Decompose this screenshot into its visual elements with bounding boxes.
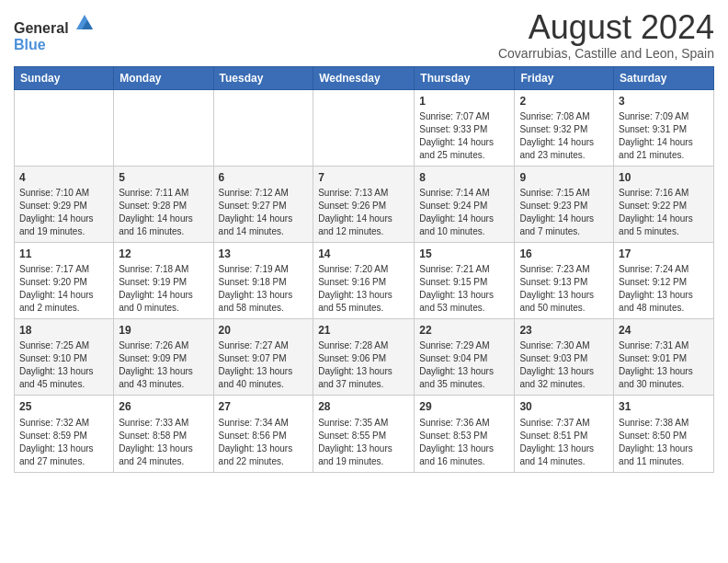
day-number: 28 (318, 399, 409, 414)
calendar-cell: 27Sunrise: 7:34 AM Sunset: 8:56 PM Dayli… (213, 396, 313, 472)
day-number: 4 (19, 170, 108, 185)
day-number: 29 (419, 399, 509, 414)
day-number: 21 (318, 323, 409, 338)
weekday-header: Thursday (415, 66, 515, 89)
calendar-cell: 11Sunrise: 7:17 AM Sunset: 9:20 PM Dayli… (15, 242, 114, 318)
calendar-cell: 6Sunrise: 7:12 AM Sunset: 9:27 PM Daylig… (213, 166, 313, 242)
cell-content: Sunrise: 7:38 AM Sunset: 8:50 PM Dayligh… (619, 417, 709, 468)
calendar-cell: 18Sunrise: 7:25 AM Sunset: 9:10 PM Dayli… (15, 319, 114, 396)
calendar-cell: 24Sunrise: 7:31 AM Sunset: 9:01 PM Dayli… (614, 319, 714, 396)
day-number: 2 (519, 94, 609, 109)
cell-content: Sunrise: 7:32 AM Sunset: 8:59 PM Dayligh… (19, 417, 108, 468)
day-number: 14 (318, 247, 409, 261)
cell-content: Sunrise: 7:12 AM Sunset: 9:27 PM Dayligh… (219, 187, 309, 238)
calendar-cell: 10Sunrise: 7:16 AM Sunset: 9:22 PM Dayli… (614, 166, 714, 242)
logo: General Blue (14, 13, 95, 53)
day-number: 26 (119, 399, 208, 414)
calendar-header-row: SundayMondayTuesdayWednesdayThursdayFrid… (15, 66, 714, 89)
cell-content: Sunrise: 7:36 AM Sunset: 8:53 PM Dayligh… (419, 417, 509, 468)
day-number: 25 (19, 399, 108, 414)
weekday-header: Sunday (15, 66, 114, 89)
cell-content: Sunrise: 7:11 AM Sunset: 9:28 PM Dayligh… (119, 187, 208, 238)
calendar-cell: 31Sunrise: 7:38 AM Sunset: 8:50 PM Dayli… (614, 396, 714, 472)
weekday-header: Monday (114, 66, 213, 89)
calendar-cell: 4Sunrise: 7:10 AM Sunset: 9:29 PM Daylig… (15, 166, 114, 242)
cell-content: Sunrise: 7:15 AM Sunset: 9:23 PM Dayligh… (519, 187, 609, 238)
cell-content: Sunrise: 7:31 AM Sunset: 9:01 PM Dayligh… (619, 339, 709, 391)
calendar-week-row: 11Sunrise: 7:17 AM Sunset: 9:20 PM Dayli… (15, 242, 714, 318)
calendar-cell: 26Sunrise: 7:33 AM Sunset: 8:58 PM Dayli… (114, 396, 213, 472)
calendar-cell: 28Sunrise: 7:35 AM Sunset: 8:55 PM Dayli… (313, 396, 415, 472)
calendar-week-row: 25Sunrise: 7:32 AM Sunset: 8:59 PM Dayli… (15, 396, 714, 472)
cell-content: Sunrise: 7:34 AM Sunset: 8:56 PM Dayligh… (219, 417, 309, 468)
day-number: 10 (619, 170, 709, 185)
cell-content: Sunrise: 7:35 AM Sunset: 8:55 PM Dayligh… (318, 417, 409, 468)
cell-content: Sunrise: 7:14 AM Sunset: 9:24 PM Dayligh… (419, 187, 509, 238)
day-number: 17 (619, 247, 709, 261)
cell-content: Sunrise: 7:30 AM Sunset: 9:03 PM Dayligh… (519, 339, 609, 391)
cell-content: Sunrise: 7:23 AM Sunset: 9:13 PM Dayligh… (519, 263, 609, 315)
calendar-cell (114, 89, 213, 166)
weekday-header: Saturday (614, 66, 714, 89)
cell-content: Sunrise: 7:33 AM Sunset: 8:58 PM Dayligh… (119, 417, 208, 468)
calendar-cell: 14Sunrise: 7:20 AM Sunset: 9:16 PM Dayli… (313, 242, 415, 318)
calendar-cell: 2Sunrise: 7:08 AM Sunset: 9:32 PM Daylig… (515, 89, 614, 166)
calendar-cell: 19Sunrise: 7:26 AM Sunset: 9:09 PM Dayli… (114, 319, 213, 396)
weekday-header: Tuesday (213, 66, 313, 89)
calendar-week-row: 18Sunrise: 7:25 AM Sunset: 9:10 PM Dayli… (15, 319, 714, 396)
cell-content: Sunrise: 7:27 AM Sunset: 9:07 PM Dayligh… (219, 339, 309, 391)
calendar-cell: 1Sunrise: 7:07 AM Sunset: 9:33 PM Daylig… (415, 89, 515, 166)
calendar-week-row: 1Sunrise: 7:07 AM Sunset: 9:33 PM Daylig… (15, 89, 714, 166)
cell-content: Sunrise: 7:18 AM Sunset: 9:19 PM Dayligh… (119, 263, 208, 315)
calendar-cell: 20Sunrise: 7:27 AM Sunset: 9:07 PM Dayli… (213, 319, 313, 396)
day-number: 18 (19, 323, 108, 338)
weekday-header: Friday (515, 66, 614, 89)
cell-content: Sunrise: 7:20 AM Sunset: 9:16 PM Dayligh… (318, 263, 409, 315)
day-number: 23 (519, 323, 609, 338)
day-number: 22 (419, 323, 509, 338)
cell-content: Sunrise: 7:24 AM Sunset: 9:12 PM Dayligh… (619, 263, 709, 315)
day-number: 7 (318, 170, 409, 185)
calendar-cell: 29Sunrise: 7:36 AM Sunset: 8:53 PM Dayli… (415, 396, 515, 472)
calendar-cell: 25Sunrise: 7:32 AM Sunset: 8:59 PM Dayli… (15, 396, 114, 472)
cell-content: Sunrise: 7:10 AM Sunset: 9:29 PM Dayligh… (19, 187, 108, 238)
day-number: 24 (619, 323, 709, 338)
day-number: 27 (219, 399, 309, 414)
cell-content: Sunrise: 7:09 AM Sunset: 9:31 PM Dayligh… (619, 110, 709, 162)
day-number: 1 (419, 94, 509, 109)
day-number: 12 (119, 247, 208, 261)
subtitle: Covarrubias, Castille and Leon, Spain (498, 46, 714, 61)
day-number: 13 (219, 247, 309, 261)
day-number: 11 (19, 247, 108, 261)
day-number: 16 (519, 247, 609, 261)
logo-general: General (14, 20, 69, 36)
cell-content: Sunrise: 7:16 AM Sunset: 9:22 PM Dayligh… (619, 187, 709, 238)
cell-content: Sunrise: 7:07 AM Sunset: 9:33 PM Dayligh… (419, 110, 509, 162)
day-number: 6 (219, 170, 309, 185)
calendar-cell (15, 89, 114, 166)
cell-content: Sunrise: 7:25 AM Sunset: 9:10 PM Dayligh… (19, 339, 108, 391)
cell-content: Sunrise: 7:26 AM Sunset: 9:09 PM Dayligh… (119, 339, 208, 391)
calendar-cell: 7Sunrise: 7:13 AM Sunset: 9:26 PM Daylig… (313, 166, 415, 242)
calendar-cell: 8Sunrise: 7:14 AM Sunset: 9:24 PM Daylig… (415, 166, 515, 242)
day-number: 5 (119, 170, 208, 185)
day-number: 20 (219, 323, 309, 338)
calendar-cell: 17Sunrise: 7:24 AM Sunset: 9:12 PM Dayli… (614, 242, 714, 318)
cell-content: Sunrise: 7:28 AM Sunset: 9:06 PM Dayligh… (318, 339, 409, 391)
calendar-cell: 9Sunrise: 7:15 AM Sunset: 9:23 PM Daylig… (515, 166, 614, 242)
cell-content: Sunrise: 7:19 AM Sunset: 9:18 PM Dayligh… (219, 263, 309, 315)
calendar-cell (313, 89, 415, 166)
cell-content: Sunrise: 7:21 AM Sunset: 9:15 PM Dayligh… (419, 263, 509, 315)
calendar-cell: 3Sunrise: 7:09 AM Sunset: 9:31 PM Daylig… (614, 89, 714, 166)
day-number: 15 (419, 247, 509, 261)
calendar-cell: 23Sunrise: 7:30 AM Sunset: 9:03 PM Dayli… (515, 319, 614, 396)
calendar-cell: 15Sunrise: 7:21 AM Sunset: 9:15 PM Dayli… (415, 242, 515, 318)
calendar-cell: 5Sunrise: 7:11 AM Sunset: 9:28 PM Daylig… (114, 166, 213, 242)
month-title: August 2024 (498, 9, 714, 46)
day-number: 31 (619, 399, 709, 414)
weekday-header: Wednesday (313, 66, 415, 89)
calendar-week-row: 4Sunrise: 7:10 AM Sunset: 9:29 PM Daylig… (15, 166, 714, 242)
cell-content: Sunrise: 7:37 AM Sunset: 8:51 PM Dayligh… (519, 417, 609, 468)
calendar-cell: 22Sunrise: 7:29 AM Sunset: 9:04 PM Dayli… (415, 319, 515, 396)
day-number: 8 (419, 170, 509, 185)
